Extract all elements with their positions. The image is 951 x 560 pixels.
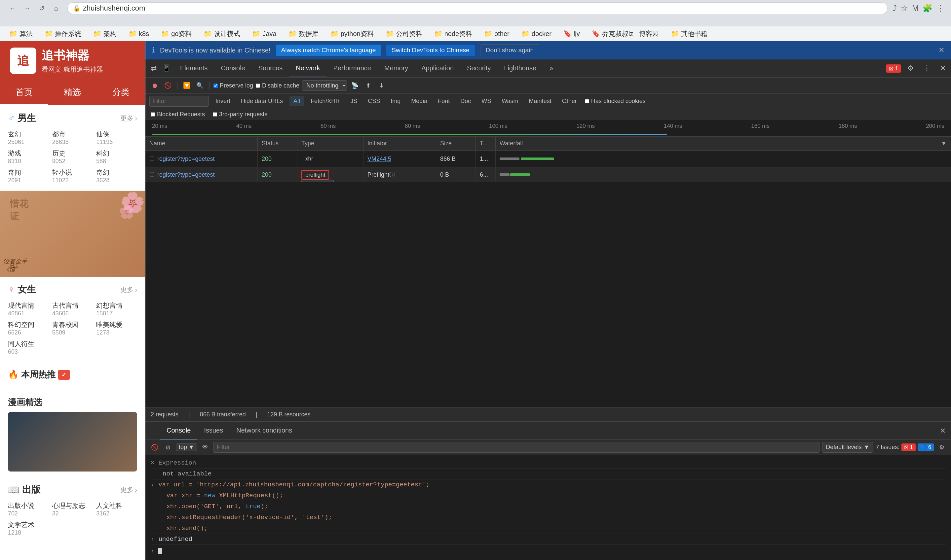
bookmark-java[interactable]: 📁Java	[250, 28, 279, 39]
header-time[interactable]: T...	[476, 137, 496, 150]
filter-input[interactable]	[150, 96, 209, 107]
filter-doc[interactable]: Doc	[456, 96, 475, 106]
filter-manifest[interactable]: Manifest	[525, 96, 555, 106]
row2-checkbox[interactable]: ☐	[150, 171, 155, 178]
bookmark-算法[interactable]: 📁算法	[7, 28, 35, 40]
filter-wasm[interactable]: Wasm	[498, 96, 522, 106]
console-tab-issues[interactable]: Issues	[197, 422, 230, 440]
disable-cache-input[interactable]	[256, 83, 260, 88]
header-size[interactable]: Size	[436, 137, 476, 150]
filter-img[interactable]: Img	[387, 96, 404, 106]
tab-elements[interactable]: Elements	[174, 60, 214, 77]
bookmark-公司资料[interactable]: 📁公司资料	[383, 28, 425, 40]
match-language-button[interactable]: Always match Chrome's language	[276, 45, 381, 56]
tab-security[interactable]: Security	[460, 60, 497, 77]
tab-performance[interactable]: Performance	[327, 60, 378, 77]
throttling-select[interactable]: No throttling	[302, 80, 347, 91]
devtools-close-icon[interactable]: ✕	[937, 62, 948, 75]
extension-icon[interactable]: 🧩	[923, 4, 933, 13]
dont-show-again-button[interactable]: Don't show again	[480, 44, 539, 56]
console-async-button[interactable]: ⊘	[163, 442, 173, 453]
devtools-more-icon[interactable]: ⋮	[920, 62, 933, 75]
console-close-button[interactable]: ✕	[937, 424, 948, 438]
search-button[interactable]: 🔍	[195, 80, 205, 91]
publish-more[interactable]: 更多 ›	[120, 485, 137, 494]
devtools-tab-more-left[interactable]: ⇄	[148, 60, 159, 77]
back-button[interactable]: ←	[7, 2, 18, 14]
header-name[interactable]: Name	[145, 137, 258, 150]
bookmark-k8s[interactable]: 📁k8s	[126, 28, 152, 39]
infobar-close-button[interactable]: ✕	[939, 46, 944, 54]
bookmark-架构[interactable]: 📁架构	[91, 28, 119, 40]
bookmark-other-books[interactable]: 📁其他书籍	[668, 28, 710, 40]
filter-toggle-button[interactable]: 🔽	[182, 80, 192, 91]
refresh-button[interactable]: ↺	[36, 2, 48, 14]
top-context-selector[interactable]: top ▼	[176, 443, 197, 451]
settings-icon[interactable]: ⚙	[905, 62, 917, 75]
clear-button[interactable]: 🚫	[163, 80, 173, 91]
devtools-tab-screencapture[interactable]: 📱	[159, 60, 174, 77]
tab-lighthouse[interactable]: Lighthouse	[497, 60, 543, 77]
table-row[interactable]: ☐ register?type=geetest 200 xhr VM244:5 …	[145, 151, 951, 168]
bookmark-go资料[interactable]: 📁go资料	[158, 28, 194, 40]
nav-select[interactable]: 精选	[48, 81, 97, 105]
filter-ws[interactable]: WS	[478, 96, 495, 106]
console-options-icon[interactable]: ⋮	[148, 423, 160, 439]
bookmark-python[interactable]: 📁python资料	[328, 28, 376, 40]
row1-checkbox[interactable]: ☐	[150, 155, 155, 162]
preserve-log-checkbox[interactable]: Preserve log	[213, 82, 253, 89]
filter-fetch-xhr[interactable]: Fetch/XHR	[307, 96, 344, 106]
menu-icon[interactable]: ⋮	[936, 4, 944, 13]
bookmark-docker[interactable]: 📁docker	[519, 28, 554, 39]
export-icon[interactable]: ⬇	[376, 80, 387, 91]
default-levels-dropdown[interactable]: Default levels ▼	[822, 442, 873, 453]
share-icon[interactable]: ⤴	[893, 4, 897, 13]
header-status[interactable]: Status	[258, 137, 297, 150]
has-blocked-cookies-input[interactable]	[585, 99, 589, 103]
header-initiator[interactable]: Initiator	[364, 137, 436, 150]
has-blocked-cookies-checkbox[interactable]: Has blocked cookies	[585, 98, 646, 105]
profile-icon[interactable]: M	[912, 4, 919, 13]
tab-console[interactable]: Console	[214, 60, 251, 77]
blocked-requests-checkbox[interactable]: Blocked Requests	[151, 111, 205, 118]
bookmark-操作系统[interactable]: 📁操作系统	[42, 28, 84, 40]
import-icon[interactable]: ⬆	[363, 80, 373, 91]
filter-all[interactable]: All	[290, 96, 304, 106]
tab-more[interactable]: »	[543, 60, 560, 77]
filter-css[interactable]: CSS	[364, 96, 384, 106]
male-more[interactable]: 更多 ›	[120, 114, 137, 123]
blocked-requests-input[interactable]	[151, 112, 155, 117]
third-party-checkbox[interactable]: 3rd-party requests	[213, 111, 267, 118]
console-settings-button[interactable]: ⚙	[936, 442, 947, 453]
console-filter-input[interactable]	[213, 442, 820, 453]
home-button[interactable]: ⌂	[50, 2, 62, 14]
third-party-input[interactable]	[213, 112, 217, 117]
record-button[interactable]: ⏺	[150, 80, 160, 91]
tab-application[interactable]: Application	[415, 60, 460, 77]
tab-memory[interactable]: Memory	[378, 60, 415, 77]
filter-media[interactable]: Media	[407, 96, 431, 106]
bookmark-node[interactable]: 📁node资料	[432, 28, 475, 40]
bookmark-other[interactable]: 📁other	[481, 28, 512, 39]
network-conditions-icon[interactable]: 📡	[350, 80, 360, 91]
bookmark-icon[interactable]: ☆	[901, 4, 908, 13]
bookmark-blog[interactable]: 🔖乔克叔叔lz - 博客园	[589, 28, 661, 40]
row2-initiator-info-icon[interactable]: ⓘ	[389, 171, 395, 178]
console-clear-button[interactable]: 🚫	[150, 442, 160, 453]
row1-initiator-link[interactable]: VM244:5	[367, 155, 391, 162]
female-more[interactable]: 更多 ›	[120, 285, 137, 294]
switch-to-chinese-button[interactable]: Switch DevTools to Chinese	[386, 45, 475, 56]
nav-home[interactable]: 首页	[0, 81, 48, 105]
tab-network[interactable]: Network	[289, 60, 327, 77]
forward-button[interactable]: →	[21, 2, 33, 14]
filter-invert[interactable]: Invert	[211, 96, 234, 106]
nav-category[interactable]: 分类	[97, 81, 145, 105]
table-row[interactable]: ☐ register?type=geetest 200 preflight pr…	[145, 168, 951, 182]
filter-hide-data-urls[interactable]: Hide data URLs	[237, 96, 287, 106]
manga-cover[interactable]	[8, 412, 137, 472]
header-waterfall[interactable]: Waterfall ▼	[496, 137, 951, 150]
filter-font[interactable]: Font	[434, 96, 454, 106]
console-eye-button[interactable]: 👁	[200, 442, 211, 453]
filter-other[interactable]: Other	[558, 96, 581, 106]
bookmark-数据库[interactable]: 📁数据库	[286, 28, 321, 40]
